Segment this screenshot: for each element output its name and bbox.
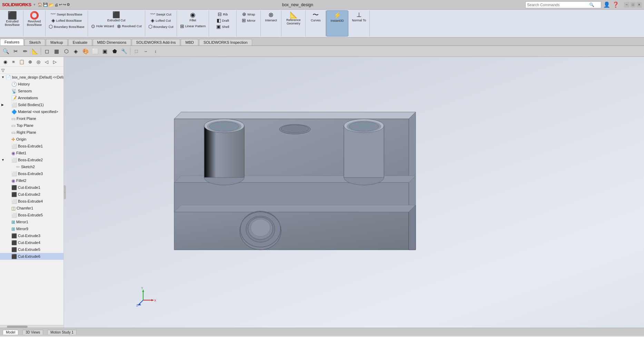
tab-sw-inspection[interactable]: SOLIDWORKS Inspection (199, 39, 252, 45)
tab-sw-addins[interactable]: SOLIDWORKS Add-Ins (132, 39, 180, 45)
tree-item-boss-extrude1[interactable]: ⬜ Boss-Extrude1 (0, 143, 63, 150)
tree-item-cut-extrude4[interactable]: ⬛ Cut-Extrude4 (0, 239, 63, 246)
tree-tool-prev[interactable]: ◁ (43, 58, 50, 65)
tree-tool-add[interactable]: ⊕ (26, 58, 34, 65)
filter-tool-7[interactable]: ▣ (100, 47, 109, 56)
extruded-cut-button[interactable]: ⬛ Extruded Cut (102, 11, 130, 23)
tab-evaluate[interactable]: Evaluate (68, 39, 92, 45)
filter-tool-9[interactable]: 🔧 (120, 47, 129, 56)
print-icon[interactable]: 🖨 (55, 3, 58, 7)
status-tab-model[interactable]: Model (3, 330, 18, 335)
close-button[interactable]: × (636, 2, 642, 8)
lofted-boss-base-button[interactable]: ◈ Lofted Boss/Base (50, 17, 83, 23)
help-icon[interactable]: ❓ (612, 1, 619, 8)
tree-item-material[interactable]: 🔷 Material <not specified> (0, 108, 63, 115)
linear-pattern-button[interactable]: ⊞ Linear Pattern (179, 23, 207, 29)
view-tool-2[interactable]: ↔ (141, 47, 150, 56)
tree-item-history[interactable]: 🕐 History (0, 81, 63, 88)
search-input[interactable] (527, 3, 589, 7)
options-icon[interactable]: ⚙ (67, 2, 70, 7)
tree-tool-target[interactable]: ◎ (34, 58, 42, 65)
sidebar-collapse-handle[interactable]: ‹ (64, 185, 66, 199)
maximize-button[interactable]: □ (630, 2, 636, 8)
draft-button[interactable]: ◧ Draft (216, 17, 230, 23)
tree-tool-select[interactable]: ◉ (1, 58, 9, 65)
sidebar-scrollbar[interactable] (0, 325, 63, 328)
swept-cut-button[interactable]: 〰 Swept Cut (149, 11, 172, 17)
boundary-cut-button[interactable]: ⬡ Boundary Cut (147, 23, 175, 30)
rib-button[interactable]: ⊟ Rib (217, 11, 229, 17)
tree-item-boss-extrude3[interactable]: ⬜ Boss-Extrude3 (0, 170, 63, 177)
tree-tool-list[interactable]: ≡ (10, 58, 17, 65)
tree-item-boss-extrude5[interactable]: ⬜ Boss-Extrude5 (0, 212, 63, 218)
tree-item-front-plane[interactable]: ▭ Front Plane (0, 115, 63, 122)
intersect-button[interactable]: ⊗ Intersect (263, 11, 279, 23)
tree-item-fillet1[interactable]: ◉ Fillet1 (0, 150, 63, 156)
reference-geometry-button[interactable]: 📐 ReferenceGeometry (285, 11, 302, 26)
tree-item-root[interactable]: ▼ 📄 box_new_design (Default) <<Default> (0, 74, 63, 81)
home-icon[interactable]: 🏠 (38, 2, 42, 7)
tab-sketch[interactable]: Sketch (24, 39, 45, 45)
tab-mbd-dimensions[interactable]: MBD Dimensions (93, 39, 131, 45)
tree-tool-clipboard[interactable]: 📋 (18, 58, 26, 65)
tree-item-top-plane[interactable]: ▭ Top Plane (0, 122, 63, 129)
tree-item-cut-extrude1[interactable]: ⬛ Cut-Extrude1 (0, 184, 63, 191)
filter-tool-8[interactable]: ⬟ (110, 47, 119, 56)
tree-item-boss-extrude4[interactable]: ⬜ Boss-Extrude4 (0, 198, 63, 205)
tree-item-origin[interactable]: ✛ Origin (0, 136, 63, 143)
tree-item-chamfer1[interactable]: ◫ Chamfer1 (0, 205, 63, 212)
tree-item-annotations[interactable]: 📝 Annotations (0, 94, 63, 101)
tree-item-mirror1[interactable]: ⊞ Mirror1 (0, 218, 63, 225)
shell-button[interactable]: ▣ Shell (215, 23, 230, 30)
filter-tool-1[interactable]: ◻ (42, 47, 51, 56)
tree-item-solid-bodies[interactable]: ▶ ⬜ Solid Bodies(1) (0, 101, 63, 108)
curves-button[interactable]: 〜 Curves (308, 11, 324, 23)
tab-mbd[interactable]: MBD (181, 39, 198, 45)
tab-markup[interactable]: Markup (46, 39, 68, 45)
tree-item-mirror9[interactable]: ⊞ Mirror9 (0, 225, 63, 232)
save-icon[interactable]: 💾 (43, 2, 48, 7)
wrap-button[interactable]: ⊕ Wrap (241, 11, 256, 17)
undo-icon[interactable]: ↩ (59, 2, 62, 7)
tree-item-sketch2[interactable]: ✏ Sketch2 (0, 163, 63, 170)
boundary-boss-base-button[interactable]: ⬡ Boundary Boss/Base (48, 23, 86, 30)
sidebar-scrollbar-thumb[interactable] (7, 326, 28, 328)
filter-tool-5[interactable]: 🎨 (81, 47, 90, 56)
tree-item-cut-extrude5[interactable]: ⬛ Cut-Extrude5 (0, 246, 63, 253)
open-icon[interactable]: 📂 (49, 2, 54, 7)
extruded-boss-base-button[interactable]: ⬛ ExtrudedBoss/Base (3, 11, 21, 28)
user-icon[interactable]: 👤 (603, 1, 610, 8)
status-tab-3dviews[interactable]: 3D Views (22, 330, 43, 335)
filter-tool-2[interactable]: ▦ (52, 47, 61, 56)
tree-item-boss-extrude2[interactable]: ▼ ⬜ Boss-Extrude2 (0, 156, 63, 163)
select-tool[interactable]: 🔍 (1, 47, 10, 56)
status-tab-motion[interactable]: Motion Study 1 (47, 330, 77, 335)
filter-tool-4[interactable]: ◈ (71, 47, 80, 56)
tree-tool-next[interactable]: ▷ (51, 58, 59, 65)
tree-item-cut-extrude3[interactable]: ⬛ Cut-Extrude3 (0, 232, 63, 239)
tree-item-fillet2[interactable]: ◉ Fillet2 (0, 177, 63, 184)
tree-item-sensors[interactable]: 📡 Sensors (0, 88, 63, 94)
filter-tool-3[interactable]: ⬡ (62, 47, 71, 56)
redo-icon[interactable]: ↪ (63, 2, 66, 7)
mirror-button[interactable]: ⊞ Mirror (241, 17, 257, 23)
revolved-boss-base-button[interactable]: ⭕ RevolvedBoss/Base (26, 11, 43, 28)
measure-tool[interactable]: 📐 (30, 47, 39, 56)
tree-item-cut-extrude6[interactable]: ⬛ Cut-Extrude6 (0, 253, 63, 260)
lofted-cut-button[interactable]: ◈ Lofted Cut (150, 17, 172, 23)
dimension-tool[interactable]: ✏ (21, 47, 30, 56)
revolved-cut-button[interactable]: ⊗ Revolved Cut (116, 23, 143, 29)
tab-features[interactable]: Features (0, 39, 24, 45)
viewport[interactable]: X Y Z ‹ (64, 57, 644, 328)
tree-item-cut-extrude2[interactable]: ⬛ Cut-Extrude2 (0, 191, 63, 198)
view-tool-1[interactable]: ⬚ (132, 47, 141, 56)
search-box[interactable]: 🔍 (525, 1, 601, 8)
tree-item-right-plane[interactable]: ▭ Right Plane (0, 129, 63, 136)
view-tool-3[interactable]: ↕ (151, 47, 160, 56)
filter-tool-6[interactable]: ⬜ (91, 47, 100, 56)
normal-to-button[interactable]: ⊥ Normal To (350, 11, 367, 23)
sketch-tool[interactable]: ✂ (11, 47, 20, 56)
instant3d-button[interactable]: ⚡ Instant3D (329, 11, 346, 23)
fillet-button[interactable]: ◉ Fillet (185, 11, 201, 23)
minimize-button[interactable]: − (624, 2, 630, 8)
